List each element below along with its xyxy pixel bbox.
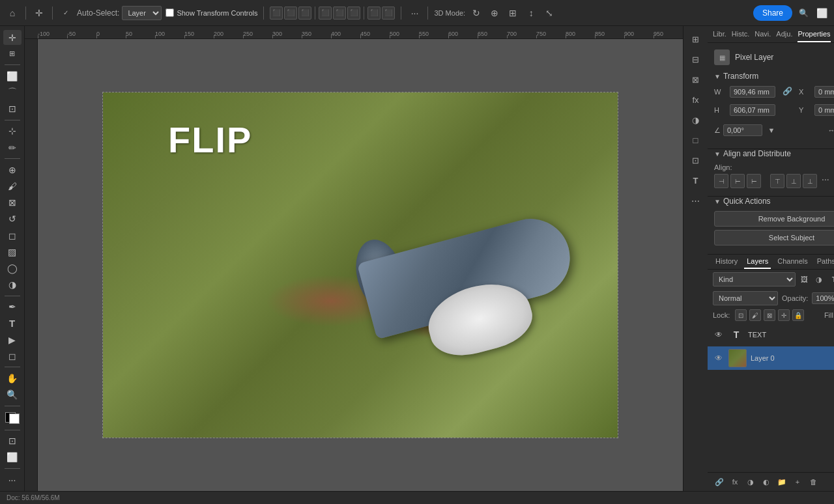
width-value[interactable]: 909,46 mm bbox=[730, 86, 775, 98]
mask-layers-icon[interactable]: ◑ bbox=[744, 475, 757, 488]
artboard-tool[interactable]: ⊞ bbox=[3, 46, 22, 61]
adjustment-layers-icon[interactable]: ◐ bbox=[760, 475, 773, 488]
dist-h-icon[interactable]: ⬛ bbox=[367, 7, 381, 20]
shape-tool[interactable]: ◻ bbox=[3, 348, 22, 363]
background-color[interactable] bbox=[9, 413, 20, 424]
align-top-edge-btn[interactable]: ⊤ bbox=[770, 174, 784, 188]
y-value[interactable]: 0 mm bbox=[814, 104, 834, 116]
x-value[interactable]: 0 mm bbox=[814, 86, 834, 98]
align-top-icon[interactable]: ⬛ bbox=[319, 7, 332, 20]
healing-tool[interactable]: ⊕ bbox=[3, 162, 22, 177]
layers-filter-type-icon[interactable]: T bbox=[827, 273, 834, 286]
search-icon[interactable]: 🔍 bbox=[796, 6, 811, 20]
tab-layers[interactable]: Layers bbox=[744, 257, 771, 269]
type-tool[interactable]: T bbox=[3, 316, 22, 331]
tab-history-top[interactable]: Histc. bbox=[732, 30, 750, 42]
dodge-tool[interactable]: ◑ bbox=[3, 277, 22, 292]
stamp-tool[interactable]: ⊠ bbox=[3, 195, 22, 210]
type-icon-right[interactable]: T bbox=[687, 171, 705, 189]
transform-section-header[interactable]: ▼ Transform bbox=[714, 72, 834, 81]
quick-actions-header[interactable]: ▼ Quick Actions bbox=[714, 197, 834, 206]
opacity-value[interactable]: 100% bbox=[812, 292, 834, 304]
canvas-viewport[interactable]: FLIP bbox=[38, 39, 683, 491]
layer-visibility-text[interactable]: 👁 bbox=[713, 329, 725, 341]
align-v-center-btn[interactable]: ⊥ bbox=[786, 174, 801, 188]
crop-tool[interactable]: ⊹ bbox=[3, 124, 22, 139]
link-icon[interactable]: 🔗 bbox=[782, 86, 792, 96]
tab-history[interactable]: History bbox=[713, 257, 740, 269]
path-select-tool[interactable]: ▶ bbox=[3, 332, 22, 347]
new-layer-icon[interactable]: + bbox=[791, 475, 804, 488]
align-more-btn[interactable]: ··· bbox=[819, 174, 832, 188]
tab-paths[interactable]: Paths bbox=[814, 257, 834, 269]
tab-adjustments[interactable]: Adju. bbox=[776, 30, 792, 42]
align-right-icon[interactable]: ⬛ bbox=[298, 7, 311, 20]
align-section-header[interactable]: ▼ Align and Distribute bbox=[714, 149, 834, 158]
lock-all-icon[interactable]: 🔒 bbox=[792, 309, 804, 321]
align-h-center-btn[interactable]: ⊢ bbox=[730, 174, 745, 188]
fx-icon[interactable]: fx bbox=[687, 91, 705, 109]
share-button[interactable]: Share bbox=[753, 5, 792, 21]
screen-mode-icon[interactable]: ⬜ bbox=[814, 6, 829, 20]
layers-filter-image-icon[interactable]: 🖼 bbox=[798, 273, 811, 286]
move-tool[interactable]: ✛ bbox=[3, 30, 22, 45]
tab-channels[interactable]: Channels bbox=[775, 257, 810, 269]
layer-comp-icon[interactable]: ⊡ bbox=[687, 151, 705, 169]
3d-scale-icon[interactable]: ⤡ bbox=[542, 6, 556, 20]
quick-mask-icon[interactable]: ⊡ bbox=[3, 434, 22, 449]
transform-icon[interactable]: ⊞ bbox=[687, 30, 705, 48]
more-tools-icon[interactable]: ··· bbox=[407, 6, 422, 20]
pen-tool[interactable]: ✒ bbox=[3, 300, 22, 315]
home-icon[interactable]: ⌂ bbox=[5, 6, 20, 20]
flip-h-icon[interactable]: ↔ bbox=[825, 124, 834, 137]
align-middle-icon[interactable]: ⬛ bbox=[333, 7, 346, 20]
layer-visibility-0[interactable]: 👁 bbox=[713, 352, 725, 364]
blur-tool[interactable]: ◯ bbox=[3, 260, 22, 275]
marquee-tool[interactable]: ⬜ bbox=[3, 68, 22, 83]
lock-image-icon[interactable]: 🖌 bbox=[749, 309, 761, 321]
layers-filter-adjust-icon[interactable]: ◑ bbox=[812, 273, 826, 286]
eyedropper-tool[interactable]: ✏ bbox=[3, 140, 22, 155]
check-icon[interactable]: ✓ bbox=[59, 6, 73, 20]
angle-value[interactable]: 0,00° bbox=[723, 124, 762, 136]
layer-item-text[interactable]: 👁 T TEXT bbox=[708, 323, 834, 346]
lasso-tool[interactable]: ⌒ bbox=[3, 85, 22, 100]
3d-pan-icon[interactable]: ⊕ bbox=[487, 6, 502, 20]
smart-object-icon[interactable]: ⋯ bbox=[687, 191, 705, 210]
lock-artboard-icon[interactable]: ⊠ bbox=[764, 309, 775, 321]
object-select-tool[interactable]: ⊡ bbox=[3, 102, 22, 117]
tab-properties[interactable]: Properties bbox=[798, 30, 830, 42]
lock-position-icon[interactable]: ✛ bbox=[778, 309, 790, 321]
3d-slide-icon[interactable]: ↕ bbox=[524, 6, 538, 20]
group-layers-icon[interactable]: 📁 bbox=[775, 475, 788, 488]
brush-tool[interactable]: 🖌 bbox=[3, 178, 22, 193]
auto-select-dropdown[interactable]: Layer Group bbox=[122, 6, 162, 20]
3d-roll-icon[interactable]: ⊞ bbox=[506, 6, 520, 20]
blend-mode-dropdown[interactable]: Normal bbox=[713, 291, 778, 305]
layer-item-0[interactable]: 👁 Layer 0 bbox=[708, 346, 834, 370]
zoom-tool[interactable]: 🔍 bbox=[3, 387, 22, 402]
align-left-icon[interactable]: ⬛ bbox=[270, 7, 283, 20]
lock-transparent-icon[interactable]: ⊡ bbox=[735, 309, 747, 321]
align-bottom-edge-btn[interactable]: ⊥ bbox=[803, 174, 817, 188]
select-subject-button[interactable]: Select Subject bbox=[714, 230, 834, 245]
align-right-edge-btn[interactable]: ⊢ bbox=[747, 174, 761, 188]
fx-layers-icon[interactable]: fx bbox=[728, 475, 741, 488]
gradient-tool[interactable]: ▨ bbox=[3, 244, 22, 259]
3d-rotate-icon[interactable]: ↻ bbox=[469, 6, 483, 20]
properties-icon-right[interactable]: ⊠ bbox=[687, 70, 705, 89]
align-left-edge-btn[interactable]: ⊣ bbox=[714, 174, 728, 188]
tab-libraries[interactable]: Libr. bbox=[713, 30, 726, 42]
move-tool-icon[interactable]: ✛ bbox=[32, 6, 46, 20]
layers-kind-dropdown[interactable]: Kind bbox=[713, 272, 796, 287]
screen-mode-tool[interactable]: ⬜ bbox=[3, 450, 22, 465]
canvas-adjust-icon[interactable]: ⊟ bbox=[687, 50, 705, 68]
transform-controls-checkbox[interactable] bbox=[165, 8, 174, 17]
eraser-tool[interactable]: ◻ bbox=[3, 228, 22, 243]
mask-icon[interactable]: ◑ bbox=[687, 111, 705, 129]
delete-layer-icon[interactable]: 🗑 bbox=[807, 475, 820, 488]
history-brush-tool[interactable]: ↺ bbox=[3, 212, 22, 227]
hand-tool[interactable]: ✋ bbox=[3, 371, 22, 385]
shape-icon-right[interactable]: □ bbox=[687, 131, 705, 149]
more-tools-left[interactable]: ··· bbox=[3, 472, 22, 487]
